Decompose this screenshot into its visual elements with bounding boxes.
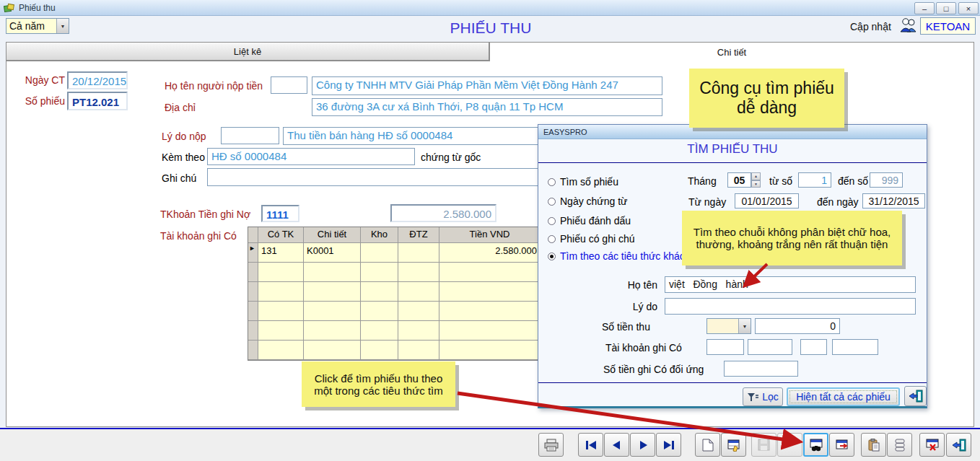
current-user-badge: KETOAN bbox=[920, 17, 976, 35]
radio-tieu-thuc-khac[interactable]: Tìm theo các tiêu thức khác bbox=[548, 250, 685, 262]
radio-phieu-danh-dau[interactable]: Phiếu đánh dấu bbox=[548, 215, 631, 227]
col-dtz[interactable]: ĐTZ bbox=[398, 227, 439, 243]
doi-ung-field[interactable] bbox=[724, 361, 798, 377]
minimize-button[interactable]: – bbox=[914, 2, 935, 14]
close-button[interactable]: × bbox=[958, 2, 979, 14]
den-so-field[interactable]: 999 bbox=[870, 172, 903, 188]
first-record-button[interactable] bbox=[578, 433, 603, 457]
ngay-ct-field[interactable]: 20/12/2015 bbox=[67, 71, 128, 89]
tk-co-field-2[interactable] bbox=[748, 339, 792, 355]
tab-chi-tiet-label: Chi tiết bbox=[717, 47, 746, 58]
nguoi-nop-code-field[interactable] bbox=[271, 76, 307, 94]
tab-liet-ke-label: Liệt kê bbox=[234, 46, 261, 57]
ho-ten-search-field[interactable]: việt Đồng hành bbox=[665, 276, 916, 293]
den-ngay-field[interactable]: 31/12/2015 bbox=[862, 193, 925, 208]
thang-field[interactable]: 05 bbox=[727, 172, 751, 188]
exit-button[interactable] bbox=[946, 433, 971, 457]
first-icon bbox=[585, 441, 597, 449]
ly-do-text-field[interactable]: Thu tiền bán hàng HĐ số 0000484 bbox=[283, 127, 546, 145]
maximize-button[interactable]: □ bbox=[936, 2, 956, 14]
so-phieu-field[interactable]: PT12.021 bbox=[67, 92, 128, 110]
period-select[interactable]: Cả năm ▼ bbox=[6, 18, 69, 34]
radio-label: Tìm theo các tiêu thức khác bbox=[560, 250, 685, 262]
tu-so-field[interactable]: 1 bbox=[798, 172, 831, 188]
radio-tim-so-phieu[interactable]: Tìm số phiếu bbox=[548, 176, 618, 188]
exit-door-icon bbox=[952, 439, 966, 452]
so-tien-field[interactable]: 0 bbox=[755, 318, 840, 334]
dialog-exit-button[interactable] bbox=[904, 386, 927, 406]
ghi-chu-field[interactable] bbox=[207, 168, 546, 186]
cell-kho[interactable] bbox=[361, 243, 398, 263]
cell-tien-vnd[interactable]: 2.580.000 bbox=[439, 243, 541, 263]
thang-label: Tháng bbox=[688, 175, 717, 187]
tk-no-amount-field[interactable]: 2.580.000 bbox=[390, 204, 496, 222]
copy-record-icon bbox=[836, 439, 849, 452]
previous-record-button[interactable] bbox=[604, 433, 629, 457]
ghi-chu-label: Ghi chú bbox=[162, 172, 196, 184]
exit-door-icon bbox=[909, 390, 923, 403]
delete-record-button[interactable] bbox=[919, 433, 945, 457]
print-button[interactable] bbox=[538, 433, 564, 457]
col-kho[interactable]: Kho bbox=[361, 227, 398, 243]
so-tien-operator-select[interactable]: ▼ bbox=[706, 318, 751, 334]
last-icon bbox=[663, 441, 675, 449]
ly-do-search-label: Lý do bbox=[621, 301, 657, 312]
new-record-button[interactable] bbox=[695, 433, 720, 457]
chevron-down-icon[interactable]: ▼ bbox=[738, 319, 751, 333]
radio-icon[interactable] bbox=[548, 217, 556, 225]
tab-chi-tiet[interactable]: Chi tiết bbox=[489, 42, 974, 61]
clipboard-icon bbox=[868, 439, 880, 452]
ngay-ct-label: Ngày CT bbox=[17, 74, 65, 86]
title-bar: Phiếu thu bbox=[0, 0, 980, 16]
copy-record-button[interactable] bbox=[829, 433, 854, 457]
radio-icon[interactable] bbox=[548, 198, 556, 206]
col-chi-tiet[interactable]: Chi tiết bbox=[304, 227, 361, 243]
find-record-button[interactable] bbox=[803, 433, 828, 457]
col-tien-vnd[interactable]: Tiền VND bbox=[439, 227, 541, 243]
tu-ngay-field[interactable]: 01/01/2015 bbox=[735, 193, 799, 208]
show-all-button[interactable]: Hiện tất cả các phiếu bbox=[787, 387, 900, 406]
tk-co-field-4[interactable] bbox=[832, 339, 878, 355]
ho-ten-search-label: Họ tên bbox=[618, 279, 657, 291]
so-tien-operator-value bbox=[707, 319, 738, 333]
radio-phieu-co-ghi-chu[interactable]: Phiếu có ghi chú bbox=[548, 233, 635, 245]
radio-icon[interactable] bbox=[548, 253, 556, 260]
radio-icon[interactable] bbox=[548, 178, 556, 186]
list-records-button[interactable] bbox=[887, 433, 912, 457]
close-icon: × bbox=[966, 4, 971, 13]
undo-icon: ↶ bbox=[785, 438, 795, 452]
tk-no-field[interactable]: 1111 bbox=[261, 205, 299, 222]
filter-icon bbox=[747, 392, 758, 402]
col-co-tk[interactable]: Có TK bbox=[258, 227, 304, 243]
thang-spinner[interactable]: ▲▼ bbox=[751, 172, 761, 188]
paste-button[interactable] bbox=[861, 433, 886, 457]
undo-button[interactable]: ↶ bbox=[777, 433, 802, 457]
ly-do-search-field[interactable] bbox=[665, 298, 916, 315]
den-so-label: đến số bbox=[838, 175, 868, 187]
tk-co-field-3[interactable] bbox=[800, 339, 827, 355]
tk-co-field-1[interactable] bbox=[706, 339, 744, 355]
next-record-button[interactable] bbox=[630, 433, 655, 457]
radio-ngay-chung-tu[interactable]: Ngày chứng từ bbox=[548, 196, 627, 207]
cell-dtz[interactable] bbox=[398, 243, 439, 263]
kem-theo-field[interactable]: HĐ số 0000484 bbox=[207, 148, 415, 165]
tk-no-label: TKhoản Tiền ghi Nợ bbox=[160, 208, 250, 220]
chevron-down-icon[interactable]: ▼ bbox=[56, 19, 69, 33]
tab-liet-ke[interactable]: Liệt kê bbox=[6, 42, 489, 61]
last-record-button[interactable] bbox=[656, 433, 681, 457]
minimize-icon: – bbox=[922, 4, 927, 13]
radio-icon[interactable] bbox=[548, 235, 556, 243]
edit-record-button[interactable] bbox=[721, 433, 746, 457]
cell-co-tk[interactable]: 131 bbox=[258, 243, 304, 263]
dia-chi-field[interactable]: 36 đường 3A cư xá Bình Thới, P8 quận 11 … bbox=[312, 98, 662, 116]
cell-chi-tiet[interactable]: K0001 bbox=[304, 243, 361, 263]
save-record-button[interactable] bbox=[751, 433, 776, 457]
list-icon bbox=[894, 439, 906, 452]
ly-do-code-field[interactable] bbox=[221, 127, 279, 144]
filter-button[interactable]: Lọc bbox=[743, 387, 783, 406]
ly-do-label: Lý do nộp bbox=[162, 131, 206, 142]
spin-up-icon: ▲ bbox=[751, 172, 761, 180]
kem-theo-label: Kèm theo bbox=[162, 152, 205, 163]
nguoi-nop-name-field[interactable]: Công ty TNHH MTV Giải Pháp Phần Mềm Việt… bbox=[312, 76, 662, 95]
divider bbox=[538, 382, 927, 383]
